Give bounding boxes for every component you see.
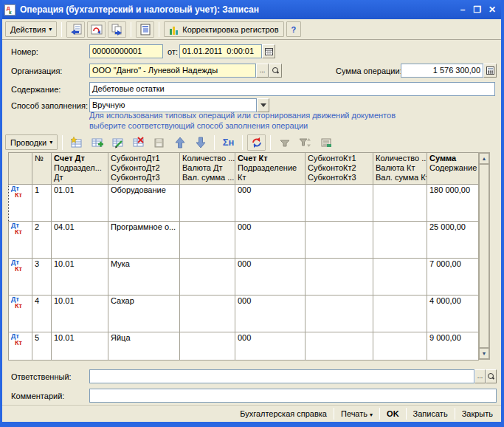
save-row-icon[interactable]: [150, 134, 168, 151]
cell-account-kt[interactable]: 000: [235, 185, 305, 222]
filter-sort-icon[interactable]: [296, 134, 314, 151]
cell-qty-dt[interactable]: [180, 296, 235, 332]
cell-account-kt[interactable]: 000: [235, 222, 305, 259]
goto-related-icon[interactable]: [108, 21, 126, 38]
grid-column-header[interactable]: СубконтоДт1СубконтоДт2СубконтоДт3: [108, 153, 180, 185]
dt-kt-result-icon[interactable]: [87, 21, 106, 38]
provodki-menu-button[interactable]: Проводки ▾: [5, 134, 58, 150]
grid-row[interactable]: ДтКт101.01Оборудование000180 000,00: [9, 185, 479, 222]
cell-account-dt[interactable]: 01.01: [52, 185, 108, 222]
maximize-icon[interactable]: ❒: [470, 4, 485, 15]
copy-row-icon[interactable]: [88, 134, 106, 151]
minimize-icon[interactable]: –: [455, 4, 470, 15]
grid-column-header[interactable]: №: [32, 153, 52, 185]
cell-account-dt[interactable]: 10.01: [52, 296, 108, 332]
cell-account-dt[interactable]: 10.01: [52, 259, 108, 296]
cell-subconto-kt[interactable]: [305, 222, 373, 259]
responsible-field[interactable]: [89, 369, 474, 383]
delete-row-icon[interactable]: [129, 134, 148, 151]
magnifier-icon[interactable]: [486, 369, 497, 383]
grid-column-header[interactable]: Количество ...Валюта КтВал. сумма Кт: [373, 153, 427, 185]
cell-num[interactable]: 5: [32, 332, 52, 361]
cell-sum[interactable]: 25 000,00: [427, 222, 479, 259]
ellipsis-button[interactable]: ...: [474, 369, 486, 383]
close-icon[interactable]: ✕: [485, 4, 500, 15]
magnifier-icon[interactable]: [269, 64, 282, 78]
cell-sum[interactable]: 180 000,00: [427, 185, 479, 222]
cell-num[interactable]: 2: [32, 222, 52, 259]
sum-field[interactable]: 1 576 300,00: [401, 64, 483, 78]
cell-num[interactable]: 3: [32, 259, 52, 296]
edit-row-icon[interactable]: [108, 134, 127, 151]
totals-icon[interactable]: Σн: [219, 134, 238, 151]
save-button[interactable]: Записать: [407, 408, 455, 420]
grid-column-header[interactable]: СубконтоКт1СубконтоКт2СубконтоКт3: [305, 153, 373, 185]
scrollbar-thumb[interactable]: [479, 164, 489, 348]
grid-row[interactable]: ДтКт310.01Мука0007 000,00: [9, 259, 479, 296]
cell-subconto-kt[interactable]: [305, 259, 373, 296]
cell-account-kt[interactable]: 000: [235, 259, 305, 296]
comment-field[interactable]: [89, 389, 497, 403]
cell-subconto-kt[interactable]: [305, 332, 373, 361]
accounting-reference-button[interactable]: Бухгалтерская справка: [233, 408, 334, 420]
output-list-icon[interactable]: [317, 134, 335, 151]
grid-column-header[interactable]: Количество ...Валюта ДтВал. сумма ...: [180, 153, 235, 185]
cell-qty-kt[interactable]: [373, 296, 427, 332]
cell-qty-dt[interactable]: [180, 259, 235, 296]
calendar-icon[interactable]: [262, 44, 275, 58]
ellipsis-button[interactable]: ...: [256, 64, 269, 78]
title-bar[interactable]: дк Операция (бухгалтерский и налоговый у…: [0, 0, 504, 19]
cell-num[interactable]: 1: [32, 185, 52, 222]
cell-account-dt[interactable]: 10.01: [52, 332, 108, 361]
cell-qty-kt[interactable]: [373, 185, 427, 222]
cell-qty-kt[interactable]: [373, 222, 427, 259]
cell-subconto-dt[interactable]: Оборудование: [108, 185, 180, 222]
cell-sum[interactable]: 4 000,00: [427, 296, 479, 332]
content-field[interactable]: Дебетовые остатки: [89, 82, 495, 96]
cell-qty-dt[interactable]: [180, 332, 235, 361]
interval-icon[interactable]: [275, 134, 294, 151]
cell-sum[interactable]: 7 000,00: [427, 259, 479, 296]
cell-sum[interactable]: 9 000,00: [427, 332, 479, 361]
cell-account-kt[interactable]: 000: [235, 332, 305, 361]
date-field[interactable]: 01.01.2011 0:00:01: [179, 44, 262, 58]
ok-button[interactable]: OK: [380, 408, 406, 420]
nomer-field[interactable]: 00000000001: [89, 44, 163, 58]
cell-subconto-dt[interactable]: Программное о...: [108, 222, 180, 259]
grid-column-header[interactable]: Счет КтПодразделениеКт: [235, 153, 305, 185]
grid-column-header[interactable]: [9, 153, 32, 185]
scroll-down-icon[interactable]: ▼: [479, 348, 489, 359]
cell-account-kt[interactable]: 000: [235, 296, 305, 332]
close-button[interactable]: Закрыть: [455, 408, 500, 420]
print-button[interactable]: Печать ▾: [334, 408, 379, 420]
grid-column-header[interactable]: Счет ДтПодраздел...Дт: [52, 153, 108, 185]
calculator-icon[interactable]: [483, 64, 497, 78]
scroll-up-icon[interactable]: ▲: [479, 153, 489, 164]
structure-icon[interactable]: [136, 21, 154, 38]
org-field[interactable]: ООО "Данго" - Луневой Надежды: [89, 64, 256, 78]
move-down-icon[interactable]: [191, 134, 210, 151]
cell-qty-kt[interactable]: [373, 332, 427, 361]
cell-subconto-dt[interactable]: Мука: [108, 259, 180, 296]
cell-qty-dt[interactable]: [180, 185, 235, 222]
grid-row[interactable]: ДтКт410.01Сахар0004 000,00: [9, 296, 479, 332]
reread-icon[interactable]: [66, 21, 85, 38]
help-button[interactable]: ?: [286, 21, 302, 37]
add-row-icon[interactable]: [67, 134, 86, 151]
move-up-icon[interactable]: [170, 134, 189, 151]
cell-subconto-dt[interactable]: Сахар: [108, 296, 180, 332]
vertical-scrollbar[interactable]: ▲ ▼: [478, 152, 490, 360]
actions-menu-button[interactable]: Действия ▾: [5, 21, 57, 37]
refresh-icon[interactable]: [247, 134, 266, 151]
cell-subconto-kt[interactable]: [305, 185, 373, 222]
grid-row[interactable]: ДтКт204.01Программное о...00025 000,00: [9, 222, 479, 259]
cell-qty-dt[interactable]: [180, 222, 235, 259]
cell-subconto-dt[interactable]: Яйца: [108, 332, 180, 361]
register-correction-button[interactable]: Корректировка регистров: [164, 21, 283, 37]
cell-num[interactable]: 4: [32, 296, 52, 332]
grid-row[interactable]: ДтКт510.01Яйца0009 000,00: [9, 332, 479, 361]
cell-account-dt[interactable]: 04.01: [52, 222, 108, 259]
grid-column-header[interactable]: СуммаСодержание: [427, 153, 479, 185]
cell-qty-kt[interactable]: [373, 259, 427, 296]
cell-subconto-kt[interactable]: [305, 296, 373, 332]
